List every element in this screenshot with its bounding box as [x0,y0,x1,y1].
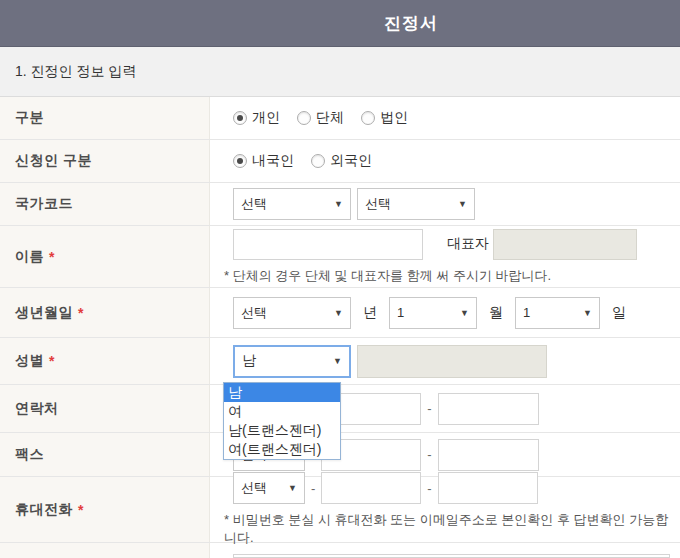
required-asterisk: * [78,305,84,321]
radio-domestic-label: 내국인 [252,152,294,170]
gubun-cell: 개인 단체 법인 [210,97,680,139]
chevron-down-icon: ▼ [583,308,592,318]
row-country-code: 국가코드 선택 ▼ 선택 ▼ [0,183,680,226]
radio-group-corporation[interactable]: 법인 [361,109,408,127]
applicant-type-label: 신청인 구분 [0,140,210,182]
mobile-mid-input[interactable] [321,472,421,504]
country-code-select-1[interactable]: 선택 ▼ [233,188,351,220]
radio-foreigner-icon[interactable] [311,154,325,168]
applicant-type-cell: 내국인 외국인 [210,140,680,182]
chevron-down-icon: ▼ [460,308,469,318]
radio-group-domestic[interactable]: 내국인 [233,152,294,170]
chevron-down-icon: ▼ [333,356,342,366]
row-email-partial [0,543,680,558]
gender-option-male[interactable]: 남 [224,383,340,402]
year-unit-label: 년 [363,304,377,322]
name-note: * 단체의 경우 단체 및 대표자를 함께 써 주시기 바랍니다. [224,267,680,285]
radio-individual-label: 개인 [252,109,280,127]
chevron-down-icon: ▼ [458,199,467,209]
radio-foreigner-label: 외국인 [330,152,372,170]
dash-separator: - [427,447,431,462]
birthdate-label: 생년월일 * [0,288,210,337]
gender-label: 성별 * [0,338,210,384]
dash-separator: - [427,401,431,416]
name-cell: 대표자 * 단체의 경우 단체 및 대표자를 함께 써 주시기 바랍니다. [210,226,680,287]
country-code-label: 국가코드 [0,183,210,225]
gender-extra-input[interactable] [357,345,547,378]
fax-label: 팩스 [0,433,210,476]
page-title: 진정서 [384,0,438,47]
country-code-cell: 선택 ▼ 선택 ▼ [210,183,680,225]
row-applicant-type: 신청인 구분 내국인 외국인 [0,140,680,183]
dash-separator: - [427,481,431,496]
radio-organization-icon[interactable] [297,111,311,125]
section-title: 1. 진정인 정보 입력 [0,47,680,97]
radio-group-organization[interactable]: 단체 [297,109,344,127]
gender-cell: 남 ▼ [210,338,680,384]
fax-last-input[interactable] [438,439,539,471]
gender-option-female-transgender[interactable]: 여(트랜스젠더) [224,440,340,459]
radio-corporation-icon[interactable] [361,111,375,125]
required-asterisk: * [49,353,55,369]
country-code-select-2[interactable]: 선택 ▼ [357,188,475,220]
row-gubun: 구분 개인 단체 법인 [0,97,680,140]
form-header: 진정서 [0,0,680,47]
gender-option-female[interactable]: 여 [224,402,340,421]
email-cell-partial [210,543,680,558]
radio-domestic-icon[interactable] [233,154,247,168]
birth-month-select[interactable]: 1 ▼ [389,297,477,329]
name-label: 이름 * [0,226,210,287]
day-unit-label: 일 [612,304,626,322]
radio-organization-label: 단체 [316,109,344,127]
chevron-down-icon: ▼ [334,308,343,318]
section-title-text: 1. 진정인 정보 입력 [15,63,136,81]
row-gender: 성별 * 남 ▼ [0,338,680,385]
birth-day-select[interactable]: 1 ▼ [515,297,600,329]
chevron-down-icon: ▼ [288,483,297,493]
row-birthdate: 생년월일 * 선택 ▼ 년 1 ▼ 월 1 ▼ 일 [0,288,680,338]
radio-individual-icon[interactable] [233,111,247,125]
row-name: 이름 * 대표자 * 단체의 경우 단체 및 대표자를 함께 써 주시기 바랍니… [0,226,680,288]
email-label-partial [0,543,210,558]
mobile-note: * 비밀번호 분실 시 휴대전화 또는 이메일주소로 본인확인 후 답변확인 가… [224,511,680,547]
gender-dropdown-list: 남 여 남(트랜스젠더) 여(트랜스젠더) [223,382,341,460]
birthdate-cell: 선택 ▼ 년 1 ▼ 월 1 ▼ 일 [210,288,680,337]
gender-select[interactable]: 남 ▼ [233,345,351,378]
petition-form-page: 진정서 1. 진정인 정보 입력 구분 개인 단체 법인 [0,0,680,558]
required-asterisk: * [78,502,84,518]
gender-option-male-transgender[interactable]: 남(트랜스젠더) [224,421,340,440]
email-input[interactable] [233,554,670,558]
mobile-last-input[interactable] [438,472,538,504]
name-input[interactable] [233,229,423,260]
chevron-down-icon: ▼ [334,199,343,209]
gubun-label: 구분 [0,97,210,139]
mobile-label: 휴대전화 * [0,477,210,542]
dash-separator: - [311,481,315,496]
radio-corporation-label: 법인 [380,109,408,127]
birth-year-select[interactable]: 선택 ▼ [233,297,351,329]
mobile-prefix-select[interactable]: 선택 ▼ [233,472,305,504]
contact-last-input[interactable] [438,393,539,425]
representative-label: 대표자 [447,235,489,253]
contact-label: 연락처 [0,385,210,432]
row-mobile: 휴대전화 * 선택 ▼ - - * 비밀번호 분실 시 휴대전화 또는 이메일주… [0,477,680,543]
required-asterisk: * [49,249,55,265]
representative-input[interactable] [493,229,637,260]
radio-group-individual[interactable]: 개인 [233,109,280,127]
month-unit-label: 월 [489,304,503,322]
radio-group-foreigner[interactable]: 외국인 [311,152,372,170]
mobile-cell: 선택 ▼ - - * 비밀번호 분실 시 휴대전화 또는 이메일주소로 본인확인… [210,477,680,542]
